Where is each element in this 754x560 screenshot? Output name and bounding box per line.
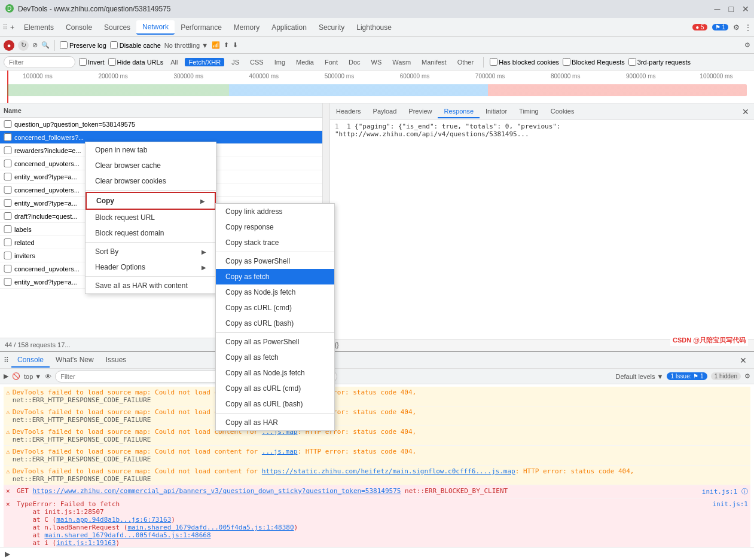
throttling-selector[interactable]: No throttling ▼	[164, 42, 208, 49]
hide-data-urls-label[interactable]: Hide data URLs	[108, 58, 164, 66]
network-row-checkbox-9[interactable]	[4, 238, 12, 246]
context-item-clear-cookies[interactable]: Clear browser cookies	[86, 173, 216, 189]
filter-input[interactable]	[4, 56, 75, 68]
settings-icon[interactable]: ⚙	[733, 23, 740, 32]
tab-elements[interactable]: Elements	[18, 21, 60, 34]
submenu-copy-curl-bash[interactable]: Copy as cURL (bash)	[216, 316, 334, 331]
tab-application[interactable]: Application	[265, 21, 313, 34]
more-icon[interactable]: ⋮	[744, 23, 752, 32]
filter-tag-fetchxhr[interactable]: Fetch/XHR	[185, 58, 224, 66]
submenu-copy-powershell[interactable]: Copy as PowerShell	[216, 253, 334, 269]
context-item-block-url[interactable]: Block request URL	[86, 210, 216, 225]
submenu-copy-all-har[interactable]: Copy all as HAR	[216, 415, 334, 430]
console-clear-icon[interactable]: 🚫	[12, 372, 20, 380]
log-link-6b[interactable]: main.shared_1679dafd...005f4da5.js:1:483…	[127, 524, 294, 531]
console-scope-selector[interactable]: top ▼	[24, 373, 41, 380]
filter-tag-media[interactable]: Media	[292, 58, 318, 66]
submenu-copy-nodejs-fetch[interactable]: Copy as Node.js fetch	[216, 284, 334, 300]
context-item-clear-cache[interactable]: Clear browser cache	[86, 158, 216, 173]
network-row-checkbox-11[interactable]	[4, 265, 12, 273]
context-item-sort-by[interactable]: Sort By ▶	[86, 244, 216, 259]
third-party-requests-checkbox[interactable]	[628, 58, 636, 66]
submenu-copy-all-curl-cmd[interactable]: Copy all as cURL (cmd)	[216, 381, 334, 396]
submenu-copy-all-powershell[interactable]: Copy all as PowerShell	[216, 334, 334, 350]
preserve-log-label[interactable]: Preserve log	[60, 41, 106, 49]
filter-tag-wasm[interactable]: Wasm	[389, 58, 414, 66]
third-party-requests-label[interactable]: 3rd-party requests	[628, 58, 691, 66]
default-levels-dropdown[interactable]: Default levels ▼	[616, 373, 664, 380]
network-row-checkbox-4[interactable]	[4, 173, 12, 180]
details-tab-headers[interactable]: Headers	[330, 105, 367, 118]
issue-badge[interactable]: 1 Issue: ⚑ 1	[667, 372, 707, 380]
blocked-requests-checkbox[interactable]	[563, 58, 570, 66]
record-button[interactable]: ●	[4, 40, 14, 51]
log-link-6c[interactable]: main.shared_1679dafd...005f4da5.js:1:486…	[44, 531, 210, 539]
filter-tag-js[interactable]: JS	[228, 58, 243, 66]
network-row-checkbox-2[interactable]	[4, 146, 12, 154]
log-link-5[interactable]: https://www.zhihu.com/commercial_api/ban…	[33, 487, 401, 495]
submenu-copy-all-fetch[interactable]: Copy all as fetch	[216, 350, 334, 365]
filter-tag-doc[interactable]: Doc	[345, 58, 364, 66]
details-close-button[interactable]: ✕	[737, 107, 754, 117]
context-item-copy[interactable]: Copy ▶	[86, 192, 216, 210]
filter-tag-manifest[interactable]: Manifest	[418, 58, 450, 66]
tab-network[interactable]: Network	[136, 20, 175, 35]
tab-console[interactable]: Console	[60, 21, 98, 34]
disable-cache-label[interactable]: Disable cache	[110, 41, 161, 49]
filter-tag-ws[interactable]: WS	[368, 58, 386, 66]
context-item-header-options[interactable]: Header Options ▶	[86, 259, 216, 275]
refresh-button[interactable]: ↻	[18, 40, 29, 51]
log-right-6[interactable]: init.js:1	[712, 500, 748, 508]
filter-tag-all[interactable]: All	[167, 58, 181, 66]
console-input[interactable]	[13, 550, 749, 558]
console-tab-whats-new[interactable]: What's New	[50, 353, 100, 368]
filter-tag-css[interactable]: CSS	[246, 58, 267, 66]
network-row-0[interactable]: question_up?question_token=538149575	[0, 118, 322, 131]
blocked-cookies-checkbox[interactable]	[490, 58, 497, 66]
details-tab-initiator[interactable]: Initiator	[480, 105, 513, 118]
blocked-cookies-label[interactable]: Has blocked cookies	[490, 58, 559, 66]
console-close-button[interactable]: ✕	[736, 356, 750, 365]
log-link-6a[interactable]: main.app.94d8a1b...js:6:73163	[56, 516, 171, 524]
details-tab-payload[interactable]: Payload	[367, 105, 403, 118]
console-settings-icon[interactable]: ⚙	[744, 372, 750, 380]
filter-tag-font[interactable]: Font	[321, 58, 341, 66]
submenu-copy-link[interactable]: Copy link address	[216, 204, 334, 219]
details-tab-cookies[interactable]: Cookies	[545, 105, 581, 118]
network-row-checkbox-0[interactable]	[4, 120, 12, 128]
minimize-button[interactable]: ─	[715, 4, 721, 14]
log-link-6d[interactable]: init.js:1:19163	[56, 539, 115, 547]
network-row-checkbox-12[interactable]	[4, 278, 12, 286]
filter-tag-other[interactable]: Other	[454, 58, 478, 66]
blocked-requests-label[interactable]: Blocked Requests	[563, 58, 625, 66]
log-right-5[interactable]: init.js:1 ⓘ	[702, 487, 748, 496]
network-row-checkbox-6[interactable]	[4, 199, 12, 207]
console-run-icon[interactable]: ▶	[4, 372, 8, 380]
network-row-checkbox-1[interactable]	[4, 133, 12, 141]
message-badge[interactable]: ⚑ 1	[712, 24, 728, 30]
network-row-checkbox-7[interactable]	[4, 212, 12, 220]
log-link-4[interactable]: https://static.zhihu.com/heifetz/main.si…	[262, 467, 515, 475]
context-item-block-domain[interactable]: Block request domain	[86, 225, 216, 241]
disable-cache-checkbox[interactable]	[110, 41, 118, 49]
tab-security[interactable]: Security	[313, 21, 350, 34]
error-badge[interactable]: ● 5	[692, 24, 707, 30]
tab-lighthouse[interactable]: Lighthouse	[350, 21, 398, 34]
submenu-copy-curl-cmd[interactable]: Copy as cURL (cmd)	[216, 300, 334, 316]
submenu-copy-all-curl-bash[interactable]: Copy all as cURL (bash)	[216, 396, 334, 412]
hide-data-urls-checkbox[interactable]	[108, 58, 116, 66]
tab-new[interactable]: +	[10, 23, 14, 32]
submenu-copy-response[interactable]: Copy response	[216, 219, 334, 235]
details-tab-response[interactable]: Response	[438, 105, 480, 118]
tab-performance[interactable]: Performance	[175, 21, 228, 34]
tab-sources[interactable]: Sources	[98, 21, 136, 34]
submenu-copy-stack[interactable]: Copy stack trace	[216, 235, 334, 250]
network-row-checkbox-10[interactable]	[4, 252, 12, 259]
tab-memory[interactable]: Memory	[228, 21, 265, 34]
close-button[interactable]: ✕	[742, 4, 749, 14]
context-item-save-har[interactable]: Save all as HAR with content	[86, 278, 216, 293]
maximize-button[interactable]: □	[729, 4, 734, 14]
filter-icon[interactable]: ⊘	[32, 41, 38, 49]
network-row-checkbox-5[interactable]	[4, 186, 12, 194]
preserve-log-checkbox[interactable]	[60, 41, 68, 49]
